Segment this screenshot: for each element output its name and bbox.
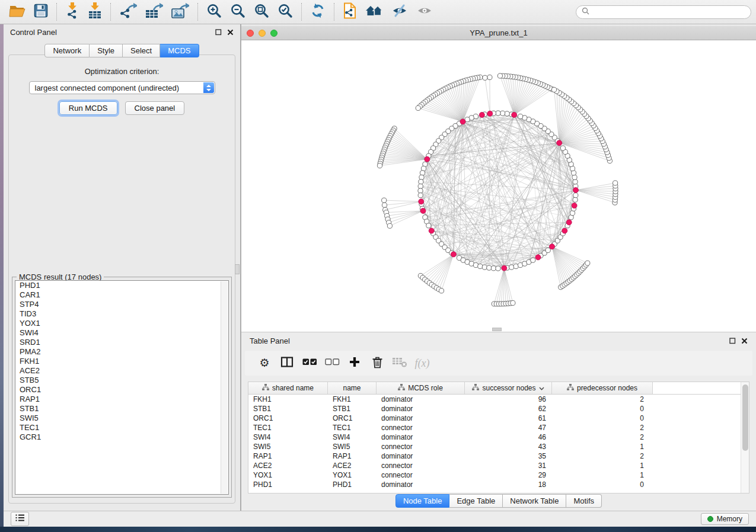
- table-row[interactable]: RAP1RAP1dominator352: [248, 451, 749, 461]
- table-row[interactable]: SWI4SWI4dominator462: [248, 432, 749, 442]
- minimize-window-icon[interactable]: [259, 30, 266, 37]
- open-session-button[interactable]: [5, 1, 30, 23]
- zoom-out-button[interactable]: [226, 1, 250, 23]
- horizontal-splitter-grip[interactable]: [492, 328, 502, 331]
- table-cell[interactable]: TEC1: [248, 424, 328, 432]
- table-cell[interactable]: 2: [552, 424, 653, 432]
- table-cell[interactable]: YOX1: [328, 471, 377, 479]
- mcds-result-item[interactable]: TEC1: [15, 423, 228, 432]
- table-cell[interactable]: 47: [465, 424, 552, 432]
- export-network-button[interactable]: [115, 1, 141, 23]
- table-cell[interactable]: connector: [377, 424, 465, 432]
- table-row[interactable]: PHD1PHD1dominator180: [248, 480, 749, 489]
- share-document-button[interactable]: [339, 1, 361, 23]
- table-cell[interactable]: 1: [552, 443, 653, 451]
- column-header-shared-name[interactable]: shared name: [248, 382, 328, 394]
- table-cell[interactable]: 2: [552, 395, 653, 403]
- table-cell[interactable]: connector: [377, 471, 465, 479]
- table-scrollbar-thumb[interactable]: [742, 384, 748, 451]
- table-cell[interactable]: dominator: [377, 480, 465, 489]
- settings-button[interactable]: ⚙: [253, 357, 276, 369]
- table-cell[interactable]: 46: [465, 433, 552, 441]
- table-cell[interactable]: FKH1: [248, 395, 328, 403]
- add-column-button[interactable]: [343, 357, 366, 370]
- export-table-button[interactable]: [141, 1, 167, 23]
- mcds-result-item[interactable]: ORC1: [15, 385, 228, 395]
- table-cell[interactable]: 62: [465, 405, 552, 413]
- show-all-button[interactable]: [412, 1, 437, 23]
- tab-motifs[interactable]: Motifs: [566, 494, 602, 508]
- float-window-icon[interactable]: [729, 338, 736, 344]
- criterion-dropdown[interactable]: largest connected component (undirected): [29, 81, 215, 94]
- table-cell[interactable]: SWI4: [248, 433, 328, 441]
- mcds-result-item[interactable]: FKH1: [15, 357, 228, 366]
- table-row[interactable]: STB1STB1dominator620: [248, 404, 749, 414]
- search-box[interactable]: [576, 5, 751, 19]
- zoom-in-button[interactable]: [202, 1, 226, 23]
- column-header-predecessor-nodes[interactable]: predecessor nodes: [552, 382, 653, 394]
- table-cell[interactable]: STB1: [248, 405, 328, 413]
- table-row[interactable]: ORC1ORC1dominator610: [248, 414, 749, 423]
- table-cell[interactable]: RAP1: [328, 452, 377, 460]
- close-panel-icon[interactable]: [741, 338, 748, 344]
- table-cell[interactable]: YOX1: [248, 471, 328, 479]
- tab-select[interactable]: Select: [123, 44, 160, 57]
- table-cell[interactable]: 2: [552, 433, 653, 441]
- deselect-all-button[interactable]: [321, 358, 343, 368]
- tab-network[interactable]: Network: [44, 44, 90, 57]
- table-row[interactable]: ACE2ACE2connector311: [248, 461, 749, 470]
- tab-edge-table[interactable]: Edge Table: [449, 494, 503, 508]
- table-cell[interactable]: SWI4: [328, 433, 377, 441]
- mcds-result-item[interactable]: YOX1: [15, 319, 228, 328]
- table-cell[interactable]: FKH1: [328, 395, 377, 403]
- mcds-result-item[interactable]: PHD1: [15, 281, 228, 290]
- column-header-name[interactable]: name: [328, 382, 377, 394]
- table-cell[interactable]: 43: [465, 443, 552, 451]
- table-cell[interactable]: 29: [465, 471, 552, 479]
- mcds-result-item[interactable]: SWI5: [15, 414, 228, 423]
- table-cell[interactable]: 0: [552, 414, 653, 422]
- split-panel-button[interactable]: [276, 356, 298, 370]
- delete-column-button[interactable]: [366, 356, 388, 371]
- mcds-result-item[interactable]: PMA2: [15, 347, 228, 357]
- table-cell[interactable]: 18: [465, 480, 552, 489]
- table-cell[interactable]: 2: [552, 452, 653, 460]
- table-cell[interactable]: ORC1: [328, 414, 377, 422]
- close-panel-icon[interactable]: [227, 29, 234, 36]
- table-cell[interactable]: PHD1: [248, 480, 328, 489]
- mcds-result-item[interactable]: STP4: [15, 300, 228, 309]
- mcds-result-item[interactable]: RAP1: [15, 395, 228, 404]
- table-row[interactable]: YOX1YOX1connector291: [248, 470, 749, 480]
- select-all-button[interactable]: [298, 358, 321, 368]
- table-cell[interactable]: ACE2: [328, 462, 377, 470]
- memory-button[interactable]: Memory: [701, 513, 749, 525]
- table-cell[interactable]: PHD1: [328, 480, 377, 489]
- column-header-MCDS-role[interactable]: MCDS role: [377, 382, 465, 394]
- table-cell[interactable]: 0: [552, 480, 653, 489]
- table-row[interactable]: TEC1TEC1connector472: [248, 423, 749, 432]
- home-button[interactable]: [361, 1, 387, 23]
- table-cell[interactable]: SWI5: [248, 443, 328, 451]
- table-cell[interactable]: 61: [465, 414, 552, 422]
- float-window-icon[interactable]: [215, 29, 222, 36]
- table-cell[interactable]: 1: [552, 462, 653, 470]
- table-scrollbar[interactable]: [741, 382, 749, 493]
- hide-selected-button[interactable]: [387, 1, 412, 23]
- column-header-successor-nodes[interactable]: successor nodes: [465, 382, 552, 394]
- zoom-selected-button[interactable]: [273, 1, 297, 23]
- table-cell[interactable]: ACE2: [248, 462, 328, 470]
- table-cell[interactable]: dominator: [377, 405, 465, 413]
- mcds-result-item[interactable]: CAR1: [15, 290, 228, 300]
- table-cell[interactable]: connector: [377, 443, 465, 451]
- mcds-result-item[interactable]: SRD1: [15, 338, 228, 347]
- import-network-button[interactable]: [61, 1, 84, 23]
- maximize-window-icon[interactable]: [270, 30, 277, 37]
- mcds-result-item[interactable]: GCR1: [15, 432, 228, 442]
- search-input[interactable]: [592, 7, 745, 17]
- result-scrollbar[interactable]: [221, 281, 228, 493]
- table-cell[interactable]: TEC1: [328, 424, 377, 432]
- mcds-result-item[interactable]: STB1: [15, 404, 228, 414]
- tab-mcds[interactable]: MCDS: [160, 44, 199, 57]
- task-history-button[interactable]: [11, 512, 29, 526]
- tab-style[interactable]: Style: [90, 44, 123, 57]
